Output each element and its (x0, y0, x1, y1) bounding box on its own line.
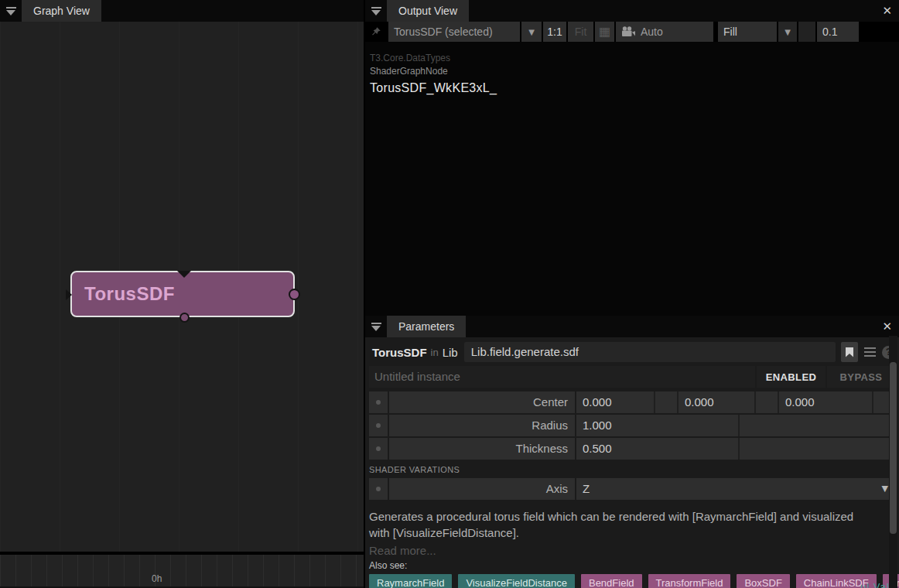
param-row-radius: Radius 1.000 (369, 415, 895, 436)
torus-sdf-node[interactable]: TorusSDF (70, 271, 295, 317)
bookmark-icon (846, 347, 853, 357)
gamma-toggle-button[interactable] (798, 22, 815, 42)
also-see-label: Also see: (369, 560, 895, 571)
close-icon[interactable]: ✕ (882, 0, 892, 22)
panel-menu-icon-bar (371, 323, 381, 324)
param-value-x[interactable]: 0.000 (576, 391, 654, 413)
node-bottom-handle[interactable] (179, 313, 190, 323)
tag-boxsdf[interactable]: BoxSDF (737, 574, 789, 588)
parameters-scrollbar-thumb[interactable] (890, 362, 897, 534)
output-info-block: T3.Core.DataTypes ShaderGraphNode TorusS… (370, 53, 899, 95)
param-value[interactable]: 1.000 (576, 415, 738, 436)
operator-description: Generates a procedural torus field which… (369, 508, 870, 541)
output-type-name: ShaderGraphNode (370, 66, 899, 77)
param-connect-dot[interactable] (369, 415, 388, 436)
param-value-y-sub[interactable] (754, 391, 778, 413)
pin-icon-glyph (371, 26, 381, 38)
gamma-value-field[interactable]: 0.1 (817, 22, 859, 42)
param-values: Z ▼ (576, 478, 895, 500)
param-values: 0.500 (576, 438, 895, 460)
node-output-handle[interactable] (289, 289, 300, 300)
toolbar-spacer (715, 22, 716, 42)
panel-menu-icon-bar (371, 7, 381, 9)
param-value-extra[interactable] (738, 438, 895, 460)
graph-view-tabbar: Graph View (0, 0, 364, 22)
param-values: 0.000 0.000 0.000 (576, 391, 895, 413)
param-value-y[interactable]: 0.000 (677, 391, 754, 413)
app-window: Graph View TorusSDF 0h Output View ✕ (0, 0, 899, 588)
scale-mode-chevron-down-icon[interactable]: ▼ (778, 22, 797, 42)
camera-mode-button[interactable]: Auto (616, 22, 713, 42)
namespace-path-field[interactable]: Lib.field.generate.sdf (464, 342, 836, 362)
param-values: 1.000 (576, 415, 895, 436)
tag-visualizefielddistance[interactable]: VisualizeFieldDistance (458, 574, 575, 588)
output-instance-id: TorusSDF_WkKE3xL_ (370, 81, 899, 95)
node-label: TorusSDF (72, 283, 175, 305)
axis-select[interactable]: Z ▼ (576, 478, 895, 500)
close-icon[interactable]: ✕ (882, 316, 892, 337)
section-label-shader-variations: SHADER VARATIONS (369, 465, 895, 474)
bookmark-button[interactable] (841, 342, 858, 362)
panel-menu-icon[interactable] (365, 316, 387, 337)
instance-row: Untitled instance ENABLED BYPASS (369, 366, 895, 388)
param-connect-dot[interactable] (369, 438, 388, 460)
fit-button[interactable]: Fit (568, 22, 593, 42)
related-operator-tags: RaymarchField VisualizeFieldDistance Ben… (369, 574, 895, 588)
instance-name-input[interactable]: Untitled instance (369, 366, 755, 388)
parameters-tabbar: Parameters ✕ (365, 316, 899, 337)
enabled-button[interactable]: ENABLED (757, 366, 826, 388)
grid-toggle-icon[interactable]: ▦ (595, 22, 614, 42)
output-selection-dropdown[interactable]: TorusSDF (selected) (388, 22, 520, 42)
lib-word: Lib (443, 346, 458, 359)
clipped-bottom-text: ul.Val (860, 581, 890, 588)
symbol-name: TorusSDF (369, 346, 427, 359)
param-value[interactable]: 0.500 (576, 438, 738, 460)
camera-icon (621, 26, 635, 37)
tab-output-view[interactable]: Output View (387, 0, 469, 22)
param-label[interactable]: Radius (389, 415, 575, 436)
parameters-content: TorusSDF in Lib Lib.field.generate.sdf ?… (365, 337, 899, 588)
param-connect-dot[interactable] (369, 478, 388, 500)
panel-menu-icon[interactable] (0, 0, 22, 22)
param-label[interactable]: Thickness (389, 438, 575, 460)
tab-parameters[interactable]: Parameters (387, 316, 466, 337)
param-value-z[interactable]: 0.000 (778, 391, 872, 413)
axis-value: Z (583, 478, 590, 500)
pin-icon[interactable] (365, 22, 387, 42)
panel-menu-icon-triangle (371, 10, 381, 15)
tab-graph-view[interactable]: Graph View (22, 0, 101, 22)
param-value-x-sub[interactable] (654, 391, 677, 413)
scale-mode-dropdown[interactable]: Fill (718, 22, 777, 42)
zoom-1-1-button[interactable]: 1:1 (543, 22, 566, 42)
in-word: in (427, 347, 443, 358)
tag-bendfield[interactable]: BendField (581, 574, 642, 588)
tag-transformfield[interactable]: TransformField (648, 574, 731, 588)
param-label[interactable]: Axis (389, 478, 575, 500)
graph-view-pane: Graph View TorusSDF 0h (0, 0, 364, 588)
parameters-pane: Parameters ✕ TorusSDF in Lib Lib.field.g… (365, 316, 899, 588)
panel-menu-icon-triangle (371, 326, 381, 331)
param-row-axis: Axis Z ▼ (369, 478, 895, 500)
panel-menu-icon-bar (6, 7, 16, 9)
output-view-tabbar: Output View ✕ (365, 0, 899, 22)
node-left-input-handle[interactable] (66, 289, 72, 300)
param-value-extra[interactable] (738, 415, 895, 436)
graph-canvas[interactable]: TorusSDF (0, 22, 364, 552)
node-top-input-handle[interactable] (177, 271, 191, 278)
bypass-button[interactable]: BYPASS (827, 366, 895, 388)
selection-chevron-down-icon[interactable]: ▼ (521, 22, 542, 42)
param-label[interactable]: Center (389, 391, 575, 413)
parameter-rows: Center 0.000 0.000 0.000 Radius (369, 391, 895, 460)
output-toolbar: TorusSDF (selected) ▼ 1:1 Fit ▦ Auto Fil… (365, 22, 899, 42)
output-type-namespace: T3.Core.DataTypes (370, 53, 899, 63)
panel-menu-icon[interactable] (365, 0, 387, 22)
timeline[interactable]: 0h (0, 553, 364, 588)
header-icons: ? (841, 342, 895, 362)
output-view-pane: Output View ✕ TorusSDF (selected) ▼ 1:1 … (365, 0, 899, 316)
read-more-link[interactable]: Read more... (369, 544, 895, 557)
chevron-down-icon: ▼ (882, 478, 888, 500)
panel-menu-icon-triangle (6, 10, 15, 15)
tag-raymarchfield[interactable]: RaymarchField (369, 574, 452, 588)
list-icon[interactable] (864, 347, 876, 357)
param-connect-dot[interactable] (369, 391, 388, 413)
